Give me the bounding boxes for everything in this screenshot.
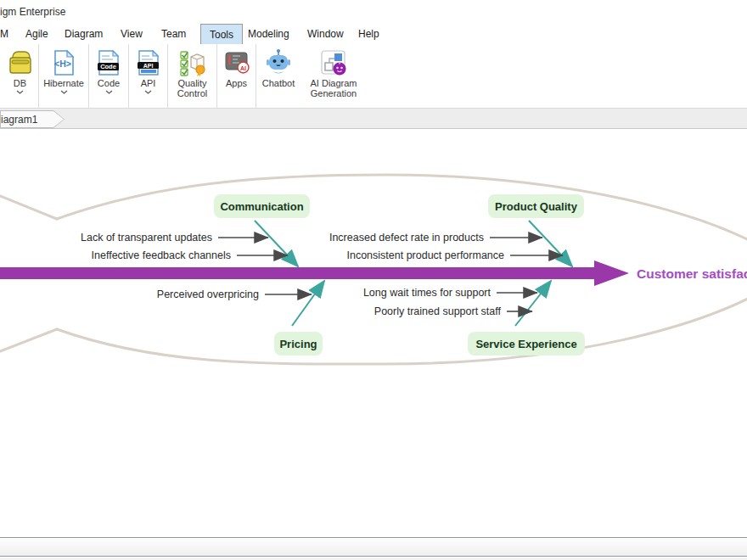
diagram-tab-strip: iagram1 (0, 109, 747, 129)
svg-text:Perceived overpricing: Perceived overpricing (157, 288, 259, 300)
ai-diagram-generation-button[interactable]: AI Diagram Generation (300, 44, 367, 108)
svg-text:Poorly trained support staff: Poorly trained support staff (374, 305, 502, 317)
svg-text:Pricing: Pricing (279, 338, 317, 350)
cause-increased-defect-rate[interactable]: Increased defect rate in products (329, 232, 542, 244)
category-product-quality[interactable]: Product Quality (488, 194, 584, 218)
svg-text:Ineffective feedback channels: Ineffective feedback channels (92, 249, 231, 261)
status-bar (0, 537, 747, 557)
apps-button[interactable]: AI Apps (217, 44, 256, 108)
svg-text:<H>: <H> (54, 59, 71, 69)
dropdown-chevron-icon[interactable] (105, 90, 113, 94)
cause-inconsistent-product-performance[interactable]: Inconsistent product performance (346, 249, 563, 261)
apps-icon: AI (222, 47, 252, 78)
cause-poorly-trained-staff[interactable]: Poorly trained support staff (374, 305, 532, 317)
api-button-label: API (141, 78, 156, 88)
ai-diagram-generation-button-label: AI Diagram Generation (300, 78, 367, 98)
apps-button-label: Apps (226, 78, 247, 88)
diagram-canvas[interactable]: Customer satisfaction Communication Prod… (0, 129, 747, 537)
svg-text:Lack of transparent updates: Lack of transparent updates (81, 232, 212, 244)
category-communication[interactable]: Communication (214, 194, 310, 218)
hibernate-button[interactable]: <H> Hibernate (39, 44, 89, 108)
code-button[interactable]: Code Code (89, 44, 129, 108)
svg-text:Long wait times for support: Long wait times for support (363, 287, 491, 299)
dropdown-chevron-icon[interactable] (16, 90, 24, 94)
tab-diagram1[interactable]: iagram1 (0, 110, 65, 128)
chatbot-button-label: Chatbot (262, 78, 295, 88)
menu-item-tools[interactable]: Tools (200, 24, 243, 44)
menu-item-modeling[interactable]: Modeling (248, 24, 289, 44)
svg-text:AI: AI (240, 64, 246, 70)
ai-diagram-generation-icon (318, 47, 349, 78)
category-service-experience[interactable]: Service Experience (468, 332, 585, 356)
effect-label[interactable]: Customer satisfaction (637, 266, 747, 281)
chatbot-button[interactable]: Chatbot (256, 44, 300, 108)
title-bar: igm Enterprise (0, 0, 747, 24)
svg-text:Inconsistent product performan: Inconsistent product performance (346, 249, 504, 261)
window-title: igm Enterprise (0, 6, 65, 18)
quality-control-button-label: Quality Control (168, 78, 216, 98)
svg-text:Code: Code (100, 63, 116, 70)
svg-text:Increased defect rate in produ: Increased defect rate in products (329, 232, 484, 244)
api-file-icon: API (133, 47, 164, 78)
bone-communication[interactable] (255, 221, 298, 266)
code-button-label: Code (98, 78, 120, 88)
menu-item-help[interactable]: Help (358, 24, 379, 44)
svg-text:Service Experience: Service Experience (475, 338, 576, 350)
menu-item-agile[interactable]: Agile (25, 24, 48, 44)
ribbon-toolbar: DB <H> Hibernate Code (0, 44, 747, 109)
tab-diagram1-label: iagram1 (1, 114, 37, 126)
cause-perceived-overpricing[interactable]: Perceived overpricing (157, 288, 312, 300)
bone-service-experience[interactable] (515, 281, 551, 326)
api-button[interactable]: API API (129, 44, 168, 108)
svg-text:Communication: Communication (220, 200, 303, 213)
menu-item-m[interactable]: M (0, 24, 8, 44)
menu-item-window[interactable]: Window (307, 24, 344, 44)
cause-lack-of-transparent-updates[interactable]: Lack of transparent updates (81, 232, 268, 244)
bone-product-quality[interactable] (529, 221, 572, 266)
category-pricing[interactable]: Pricing (274, 332, 323, 356)
menu-item-diagram[interactable]: Diagram (65, 24, 103, 44)
menu-item-team[interactable]: Team (161, 24, 186, 44)
database-icon (5, 47, 36, 78)
dropdown-chevron-icon[interactable] (60, 90, 68, 94)
svg-text:Product Quality: Product Quality (495, 200, 578, 213)
menu-item-view[interactable]: View (121, 24, 143, 44)
chatbot-icon (263, 47, 294, 78)
quality-control-icon (177, 47, 208, 78)
db-button[interactable]: DB (2, 44, 39, 108)
dropdown-chevron-icon[interactable] (144, 90, 152, 94)
code-file-icon: Code (93, 47, 124, 78)
quality-control-button[interactable]: Quality Control (168, 44, 217, 108)
hibernate-icon: <H> (48, 47, 79, 78)
fishbone-spine[interactable] (0, 260, 629, 286)
cause-long-wait-times[interactable]: Long wait times for support (363, 287, 537, 299)
hibernate-button-label: Hibernate (43, 78, 84, 88)
menu-bar: M Agile Diagram View Team Tools Modeling… (0, 24, 747, 44)
db-button-label: DB (14, 78, 26, 88)
bone-pricing[interactable] (292, 281, 324, 326)
svg-text:API: API (143, 62, 153, 68)
cause-ineffective-feedback-channels[interactable]: Ineffective feedback channels (92, 249, 288, 261)
